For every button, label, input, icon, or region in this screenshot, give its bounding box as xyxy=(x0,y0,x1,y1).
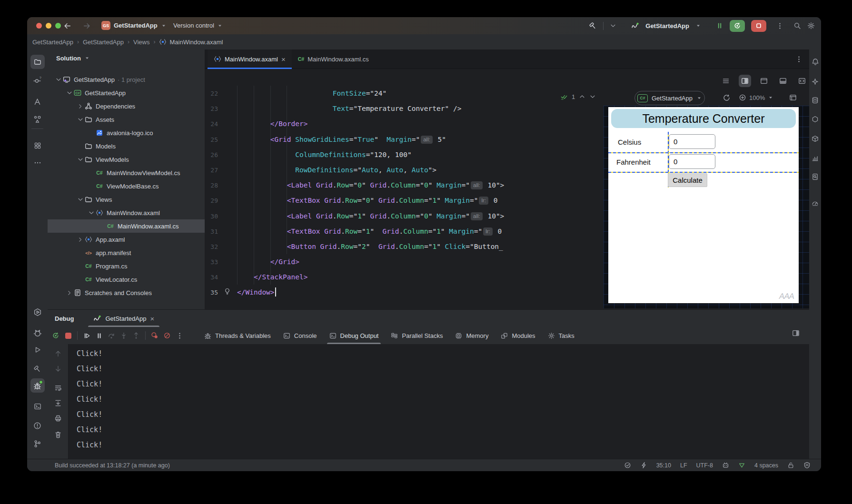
tab-mainwindow-axaml-cs[interactable]: C# MainWindow.axaml.cs xyxy=(292,49,375,69)
chevron-right-icon[interactable] xyxy=(76,103,84,109)
pause-icon[interactable] xyxy=(93,329,105,342)
calculate-button[interactable]: Calculate xyxy=(668,173,707,187)
endpoints-tool-icon[interactable] xyxy=(810,114,821,124)
tree-row[interactable]: Views xyxy=(48,193,205,206)
find-tool-icon[interactable] xyxy=(810,171,821,182)
inspection-widget[interactable]: 1 xyxy=(560,93,596,100)
view-window-icon[interactable] xyxy=(758,75,770,87)
commit-tool-icon[interactable]: ? xyxy=(30,73,45,88)
breadcrumb-item[interactable]: GetStartedApp xyxy=(32,39,73,46)
tree-row[interactable]: GetStartedApp· 1 project xyxy=(48,73,205,86)
tree-row[interactable]: </>app.manifest xyxy=(48,246,205,259)
tree-row[interactable]: C#ViewModelBase.cs xyxy=(48,179,205,193)
scroll-to-end-icon[interactable] xyxy=(54,399,62,407)
build-hammer-icon[interactable] xyxy=(589,22,597,30)
tree-row[interactable]: App.axaml xyxy=(48,233,205,246)
nuget-tool-icon[interactable] xyxy=(810,133,821,144)
pull-requests-tool-icon[interactable] xyxy=(30,94,45,109)
back-icon[interactable] xyxy=(63,22,71,30)
problems-tool-icon[interactable] xyxy=(30,418,45,433)
search-icon[interactable] xyxy=(793,22,801,30)
notifications-icon[interactable] xyxy=(810,57,821,67)
chevron-down-icon[interactable] xyxy=(76,156,84,163)
project-widget[interactable]: GS GetStartedApp xyxy=(101,21,167,30)
close-icon[interactable]: × xyxy=(150,315,154,322)
chevron-down-icon[interactable] xyxy=(87,209,95,216)
terminal-tool-icon[interactable] xyxy=(30,399,45,414)
git-tool-icon[interactable] xyxy=(30,436,45,451)
tree-row[interactable]: avalonia-logo.ico xyxy=(48,126,205,139)
preview-config-button[interactable]: C# GetStartedApp xyxy=(634,91,705,105)
database-tool-icon[interactable] xyxy=(810,95,821,105)
ai-status-icon[interactable] xyxy=(722,462,729,469)
profiler-tool-icon[interactable] xyxy=(810,153,821,163)
caret-position[interactable]: 35:10 xyxy=(656,462,671,469)
tree-row[interactable]: C#GetStartedApp xyxy=(48,86,205,99)
run-config-avalonia-icon[interactable] xyxy=(631,22,639,30)
rerun-icon[interactable] xyxy=(50,329,62,342)
file-lock-icon[interactable] xyxy=(787,462,794,469)
tree-row[interactable]: MainWindow.axaml xyxy=(48,206,205,219)
tree-row[interactable]: C#MainWindow.axaml.cs xyxy=(48,219,205,233)
inspections-status-icon[interactable] xyxy=(624,462,631,469)
restart-debug-button[interactable] xyxy=(730,20,745,32)
tree-row[interactable]: C#ViewLocator.cs xyxy=(48,273,205,286)
solution-header[interactable]: Solution xyxy=(56,55,81,62)
tab-mainwindow-axaml[interactable]: MainWindow.axaml × xyxy=(208,49,292,69)
debug-more-icon[interactable] xyxy=(173,329,186,342)
chevron-right-icon[interactable] xyxy=(65,290,73,296)
settings-gear-icon[interactable] xyxy=(807,22,815,30)
run-tool-icon[interactable] xyxy=(30,343,45,357)
breadcrumb-item[interactable]: GetStartedApp xyxy=(83,39,124,46)
breadcrumb-item[interactable]: Views xyxy=(133,39,149,46)
indent-style[interactable]: 4 spaces xyxy=(754,462,778,469)
clear-output-icon[interactable] xyxy=(54,431,62,438)
tree-row[interactable]: C#Program.cs xyxy=(48,259,205,273)
breadcrumb-item[interactable]: MainWindow.axaml xyxy=(159,38,223,46)
services-tool-icon[interactable] xyxy=(30,305,45,319)
next-occurrence-icon[interactable] xyxy=(54,365,62,373)
print-icon[interactable] xyxy=(54,415,62,422)
debug-tool-icon[interactable] xyxy=(30,378,45,393)
ai-assistant-tool-icon[interactable] xyxy=(30,326,45,340)
version-control-widget[interactable]: Version control xyxy=(173,22,223,29)
debug-session-tab[interactable]: GetStartedApp × xyxy=(88,310,159,327)
minimize-window-button[interactable] xyxy=(46,23,51,29)
chevron-down-icon[interactable] xyxy=(610,22,616,29)
layout-settings-icon[interactable] xyxy=(792,329,800,337)
debug-tab-debug-output[interactable]: Debug Output xyxy=(323,327,385,344)
ai-assistant-icon[interactable] xyxy=(810,76,821,87)
monitoring-tool-icon[interactable] xyxy=(810,198,821,208)
view-split-right-icon[interactable] xyxy=(739,75,751,87)
tree-row[interactable]: Dependencies xyxy=(48,99,205,113)
chevron-down-icon[interactable] xyxy=(84,55,90,61)
chevron-down-icon[interactable] xyxy=(589,93,596,100)
view-breakpoints-icon[interactable] xyxy=(161,329,173,342)
chevron-down-icon[interactable] xyxy=(65,89,73,96)
tree-row[interactable]: C#MainWindowViewModel.cs xyxy=(48,166,205,179)
kebab-menu-icon[interactable] xyxy=(776,22,783,30)
chevron-down-icon[interactable] xyxy=(76,116,84,123)
chevron-down-icon[interactable] xyxy=(54,76,62,83)
debug-tab-memory[interactable]: Memory xyxy=(449,327,495,344)
step-into-icon[interactable] xyxy=(118,329,130,342)
build-tool-icon[interactable] xyxy=(30,138,45,153)
chevron-up-icon[interactable] xyxy=(579,93,585,100)
debug-tab-modules[interactable]: Modules xyxy=(495,327,541,344)
more-tools-icon[interactable] xyxy=(30,156,45,170)
step-out-icon[interactable] xyxy=(130,329,142,342)
view-split-bottom-icon[interactable] xyxy=(777,75,789,87)
debug-output[interactable]: Click!Click!Click!Click!Click!Click!Clic… xyxy=(68,344,809,460)
close-icon[interactable]: × xyxy=(281,56,286,63)
code-line[interactable]: 22 FontSize="24" xyxy=(205,86,809,101)
run-config-name[interactable]: GetStartedApp xyxy=(645,22,689,30)
forward-icon[interactable] xyxy=(83,22,91,30)
chevron-down-icon[interactable] xyxy=(76,196,84,203)
tree-row[interactable]: ViewModels xyxy=(48,153,205,166)
fahrenheit-input[interactable]: 0 xyxy=(669,154,715,169)
build-status-message[interactable]: Build succeeded at 13:18:27 (a minute ag… xyxy=(55,462,170,469)
view-code-icon[interactable] xyxy=(796,75,808,87)
stop-button[interactable] xyxy=(751,20,766,32)
tree-row[interactable]: Models xyxy=(48,139,205,153)
prev-occurrence-icon[interactable] xyxy=(54,350,62,357)
